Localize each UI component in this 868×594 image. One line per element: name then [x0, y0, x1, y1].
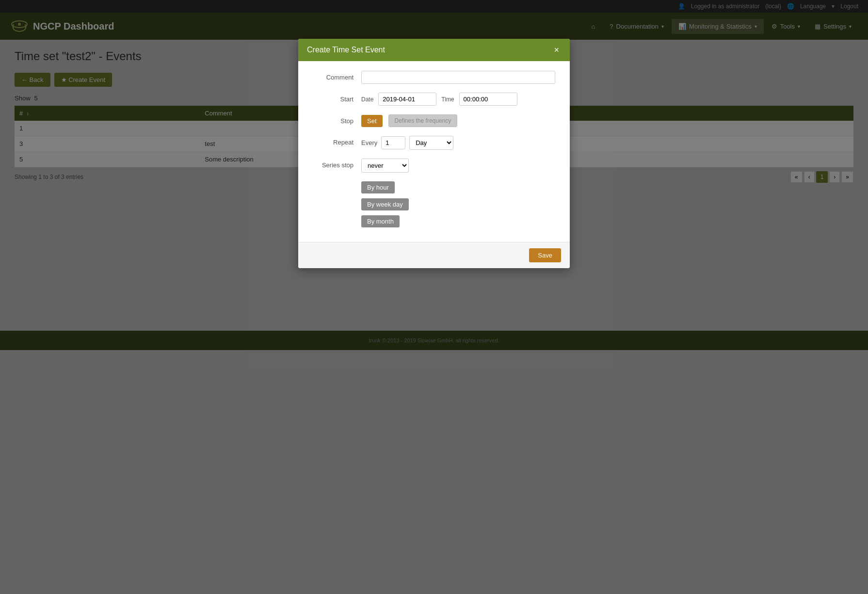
every-label: Every [361, 139, 377, 146]
time-label: Time [441, 96, 454, 103]
save-button[interactable]: Save [529, 248, 561, 262]
series-stop-select[interactable]: never after on date [361, 159, 409, 173]
modal-close-button[interactable]: × [552, 46, 561, 54]
modal-header: Create Time Set Event × [298, 39, 570, 61]
by-hour-button[interactable]: By hour [361, 181, 395, 193]
set-button[interactable]: Set [361, 115, 383, 127]
series-stop-label: Series stop [310, 159, 354, 169]
series-stop-group: Series stop never after on date [310, 159, 558, 173]
modal-overlay: Create Time Set Event × Comment Start Da… [0, 0, 868, 594]
modal-body: Comment Start Date Time Stop Set Defines… [298, 61, 570, 242]
defines-frequency-label: Defines the frequency [388, 114, 458, 127]
stop-label: Stop [310, 114, 354, 125]
stop-row: Set Defines the frequency [361, 114, 457, 127]
repeat-row: Every Day Week Month Year [361, 136, 453, 150]
start-label: Start [310, 93, 354, 103]
by-week-day-button[interactable]: By week day [361, 198, 409, 210]
repeat-label: Repeat [310, 136, 354, 146]
stop-group: Stop Set Defines the frequency [310, 114, 558, 127]
date-label: Date [361, 96, 373, 103]
comment-label: Comment [310, 71, 354, 81]
start-group: Start Date Time [310, 93, 558, 106]
start-fields: Date Time [361, 93, 517, 106]
by-month-button[interactable]: By month [361, 215, 400, 227]
comment-group: Comment [310, 71, 558, 84]
start-date-input[interactable] [378, 93, 436, 106]
repeat-group: Repeat Every Day Week Month Year [310, 136, 558, 150]
comment-input[interactable] [361, 71, 555, 84]
create-event-modal: Create Time Set Event × Comment Start Da… [298, 39, 570, 268]
repeat-unit-select[interactable]: Day Week Month Year [409, 136, 453, 150]
expand-buttons: By hour By week day By month [310, 181, 558, 227]
modal-footer: Save [298, 242, 570, 268]
modal-title: Create Time Set Event [307, 46, 385, 54]
repeat-number-input[interactable] [381, 136, 405, 149]
start-time-input[interactable] [459, 93, 517, 106]
